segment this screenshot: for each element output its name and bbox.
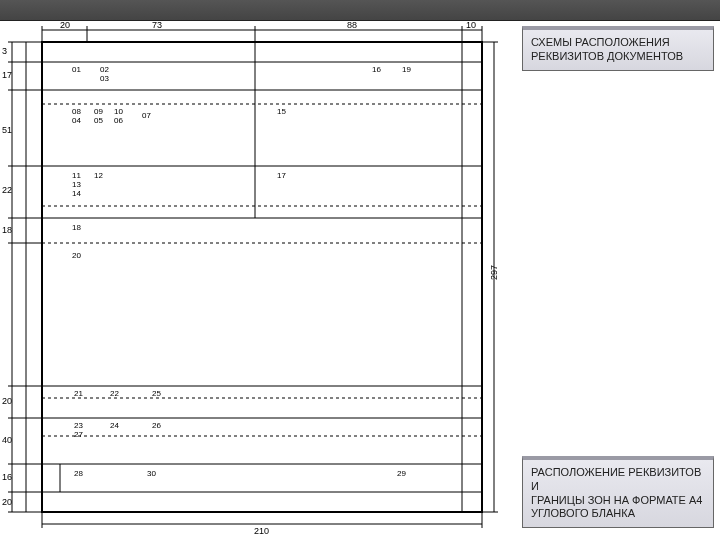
dim-l-i: 20 <box>2 497 12 507</box>
caption-l3: УГЛОВОГО БЛАНКА <box>531 507 705 521</box>
lbl-22: 22 <box>110 389 119 398</box>
lbl-28: 28 <box>74 469 83 478</box>
svg-rect-0 <box>42 42 482 512</box>
lbl-17: 17 <box>277 171 286 180</box>
dim-top-a: 20 <box>60 20 70 30</box>
diagram: 20 73 88 10 3 17 51 <box>2 18 507 538</box>
lbl-02: 0203 <box>100 65 109 83</box>
dim-top-d: 10 <box>466 20 476 30</box>
lbl-19: 19 <box>402 65 411 74</box>
dim-l-d: 22 <box>2 185 12 195</box>
lbl-24: 24 <box>110 421 119 430</box>
header-box: СХЕМЫ РАСПОЛОЖЕНИЯ РЕКВИЗИТОВ ДОКУМЕНТОВ <box>522 26 714 71</box>
lbl-29: 29 <box>397 469 406 478</box>
lbl-23-27: 2327 <box>74 421 83 439</box>
lbl-09-05: 0905 <box>94 107 103 125</box>
header-panel: СХЕМЫ РАСПОЛОЖЕНИЯ РЕКВИЗИТОВ ДОКУМЕНТОВ <box>522 26 714 71</box>
lbl-30: 30 <box>147 469 156 478</box>
lbl-11-13-14: 111314 <box>72 171 81 198</box>
dim-right-full: 297 <box>489 265 499 280</box>
lbl-10-06: 1006 <box>114 107 123 125</box>
dim-top-b: 73 <box>152 20 162 30</box>
lbl-01: 01 <box>72 65 81 74</box>
dim-l-b: 17 <box>2 70 12 80</box>
caption-l1: РАСПОЛОЖЕНИЕ РЕКВИЗИТОВ И <box>531 466 705 494</box>
dim-l-a: 3 <box>2 46 7 56</box>
dim-l-g: 40 <box>2 435 12 445</box>
lbl-18: 18 <box>72 223 81 232</box>
lbl-08-04: 0804 <box>72 107 81 125</box>
dim-top-c: 88 <box>347 20 357 30</box>
dim-l-h: 16 <box>2 472 12 482</box>
caption-l2: ГРАНИЦЫ ЗОН НА ФОРМАТЕ А4 <box>531 494 705 508</box>
lbl-15: 15 <box>277 107 286 116</box>
lbl-16: 16 <box>372 65 381 74</box>
caption-box: РАСПОЛОЖЕНИЕ РЕКВИЗИТОВ И ГРАНИЦЫ ЗОН НА… <box>522 456 714 528</box>
lbl-26: 26 <box>152 421 161 430</box>
dim-bottom-w: 210 <box>254 526 269 536</box>
caption-panel: РАСПОЛОЖЕНИЕ РЕКВИЗИТОВ И ГРАНИЦЫ ЗОН НА… <box>522 456 714 528</box>
lbl-20: 20 <box>72 251 81 260</box>
header-text: СХЕМЫ РАСПОЛОЖЕНИЯ РЕКВИЗИТОВ ДОКУМЕНТОВ <box>531 36 683 62</box>
lbl-25: 25 <box>152 389 161 398</box>
stage: СХЕМЫ РАСПОЛОЖЕНИЯ РЕКВИЗИТОВ ДОКУМЕНТОВ… <box>0 0 720 540</box>
lbl-21: 21 <box>74 389 83 398</box>
lbl-07: 07 <box>142 111 151 120</box>
lbl-12: 12 <box>94 171 103 180</box>
dim-l-e: 18 <box>2 225 12 235</box>
dim-l-c: 51 <box>2 125 12 135</box>
dim-l-f: 20 <box>2 396 12 406</box>
